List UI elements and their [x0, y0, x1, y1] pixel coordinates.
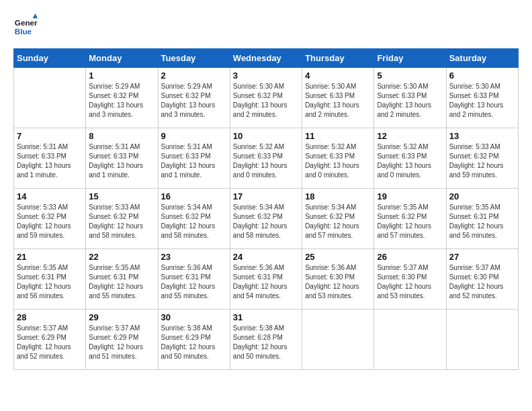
- day-number: 6: [449, 71, 515, 81]
- day-info: Sunrise: 5:30 AM Sunset: 6:33 PM Dayligh…: [449, 82, 515, 120]
- day-number: 2: [161, 71, 227, 81]
- day-number: 14: [17, 191, 83, 201]
- calendar-cell: [374, 310, 446, 370]
- day-info: Sunrise: 5:31 AM Sunset: 6:33 PM Dayligh…: [161, 142, 227, 180]
- day-info: Sunrise: 5:34 AM Sunset: 6:32 PM Dayligh…: [233, 203, 299, 240]
- calendar-cell: 19Sunrise: 5:35 AM Sunset: 6:32 PM Dayli…: [374, 189, 446, 249]
- calendar-cell: 21Sunrise: 5:35 AM Sunset: 6:31 PM Dayli…: [14, 249, 86, 310]
- day-info: Sunrise: 5:32 AM Sunset: 6:33 PM Dayligh…: [233, 142, 299, 180]
- calendar-cell: 9Sunrise: 5:31 AM Sunset: 6:33 PM Daylig…: [158, 128, 230, 189]
- calendar-cell: 15Sunrise: 5:33 AM Sunset: 6:32 PM Dayli…: [86, 189, 158, 249]
- day-number: 9: [161, 131, 227, 141]
- day-number: 21: [17, 252, 83, 262]
- col-header-saturday: Saturday: [446, 49, 518, 68]
- calendar-cell: 25Sunrise: 5:36 AM Sunset: 6:30 PM Dayli…: [302, 249, 374, 310]
- day-number: 3: [233, 71, 299, 81]
- day-number: 23: [161, 252, 227, 262]
- calendar-header-row: SundayMondayTuesdayWednesdayThursdayFrid…: [14, 49, 519, 68]
- week-row-1: 1Sunrise: 5:29 AM Sunset: 6:32 PM Daylig…: [14, 68, 519, 128]
- week-row-2: 7Sunrise: 5:31 AM Sunset: 6:33 PM Daylig…: [14, 128, 519, 189]
- calendar-cell: 8Sunrise: 5:31 AM Sunset: 6:33 PM Daylig…: [86, 128, 158, 189]
- day-info: Sunrise: 5:37 AM Sunset: 6:30 PM Dayligh…: [449, 263, 515, 301]
- calendar-cell: 6Sunrise: 5:30 AM Sunset: 6:33 PM Daylig…: [446, 68, 518, 128]
- calendar-cell: [446, 310, 518, 370]
- svg-marker-2: [33, 13, 38, 18]
- calendar-cell: 3Sunrise: 5:30 AM Sunset: 6:32 PM Daylig…: [230, 68, 302, 128]
- day-info: Sunrise: 5:37 AM Sunset: 6:29 PM Dayligh…: [17, 324, 83, 361]
- week-row-5: 28Sunrise: 5:37 AM Sunset: 6:29 PM Dayli…: [14, 310, 519, 370]
- logo-icon: General Blue: [13, 13, 38, 38]
- day-number: 28: [17, 312, 83, 322]
- day-number: 13: [449, 131, 515, 141]
- logo: General Blue: [13, 13, 40, 38]
- day-info: Sunrise: 5:34 AM Sunset: 6:32 PM Dayligh…: [161, 203, 227, 240]
- day-info: Sunrise: 5:37 AM Sunset: 6:30 PM Dayligh…: [377, 263, 443, 301]
- day-number: 24: [233, 252, 299, 262]
- day-number: 19: [377, 191, 443, 201]
- svg-text:Blue: Blue: [15, 27, 32, 36]
- day-info: Sunrise: 5:33 AM Sunset: 6:32 PM Dayligh…: [17, 203, 83, 240]
- calendar-cell: 5Sunrise: 5:30 AM Sunset: 6:33 PM Daylig…: [374, 68, 446, 128]
- day-info: Sunrise: 5:35 AM Sunset: 6:31 PM Dayligh…: [17, 263, 83, 301]
- day-number: 15: [89, 191, 154, 201]
- day-info: Sunrise: 5:33 AM Sunset: 6:32 PM Dayligh…: [89, 203, 154, 240]
- calendar-table: SundayMondayTuesdayWednesdayThursdayFrid…: [13, 48, 519, 370]
- day-info: Sunrise: 5:29 AM Sunset: 6:32 PM Dayligh…: [89, 82, 154, 120]
- day-number: 27: [449, 252, 515, 262]
- day-number: 17: [233, 191, 299, 201]
- calendar-cell: 14Sunrise: 5:33 AM Sunset: 6:32 PM Dayli…: [14, 189, 86, 249]
- calendar-cell: 16Sunrise: 5:34 AM Sunset: 6:32 PM Dayli…: [158, 189, 230, 249]
- week-row-4: 21Sunrise: 5:35 AM Sunset: 6:31 PM Dayli…: [14, 249, 519, 310]
- day-info: Sunrise: 5:29 AM Sunset: 6:32 PM Dayligh…: [161, 82, 227, 120]
- day-info: Sunrise: 5:31 AM Sunset: 6:33 PM Dayligh…: [89, 142, 154, 180]
- day-number: 31: [233, 312, 299, 322]
- day-info: Sunrise: 5:38 AM Sunset: 6:29 PM Dayligh…: [161, 324, 227, 361]
- calendar-cell: 24Sunrise: 5:36 AM Sunset: 6:31 PM Dayli…: [230, 249, 302, 310]
- day-info: Sunrise: 5:35 AM Sunset: 6:32 PM Dayligh…: [377, 203, 443, 240]
- day-info: Sunrise: 5:35 AM Sunset: 6:31 PM Dayligh…: [449, 203, 515, 240]
- calendar-cell: 29Sunrise: 5:37 AM Sunset: 6:29 PM Dayli…: [86, 310, 158, 370]
- col-header-wednesday: Wednesday: [230, 49, 302, 68]
- page-header: General Blue: [13, 13, 519, 38]
- day-number: 7: [17, 131, 83, 141]
- calendar-cell: 11Sunrise: 5:32 AM Sunset: 6:33 PM Dayli…: [302, 128, 374, 189]
- day-number: 20: [449, 191, 515, 201]
- calendar-cell: 30Sunrise: 5:38 AM Sunset: 6:29 PM Dayli…: [158, 310, 230, 370]
- day-number: 5: [377, 71, 443, 81]
- calendar-cell: 12Sunrise: 5:32 AM Sunset: 6:33 PM Dayli…: [374, 128, 446, 189]
- day-info: Sunrise: 5:33 AM Sunset: 6:32 PM Dayligh…: [449, 142, 515, 180]
- calendar-cell: 17Sunrise: 5:34 AM Sunset: 6:32 PM Dayli…: [230, 189, 302, 249]
- svg-text:General: General: [15, 18, 38, 27]
- day-number: 4: [305, 71, 371, 81]
- col-header-monday: Monday: [86, 49, 158, 68]
- day-number: 1: [89, 71, 154, 81]
- calendar-cell: 20Sunrise: 5:35 AM Sunset: 6:31 PM Dayli…: [446, 189, 518, 249]
- day-info: Sunrise: 5:30 AM Sunset: 6:32 PM Dayligh…: [233, 82, 299, 120]
- calendar-cell: 2Sunrise: 5:29 AM Sunset: 6:32 PM Daylig…: [158, 68, 230, 128]
- col-header-sunday: Sunday: [14, 49, 86, 68]
- day-info: Sunrise: 5:36 AM Sunset: 6:31 PM Dayligh…: [161, 263, 227, 301]
- day-number: 25: [305, 252, 371, 262]
- day-number: 26: [377, 252, 443, 262]
- calendar-cell: 13Sunrise: 5:33 AM Sunset: 6:32 PM Dayli…: [446, 128, 518, 189]
- day-info: Sunrise: 5:34 AM Sunset: 6:32 PM Dayligh…: [305, 203, 371, 240]
- day-number: 22: [89, 252, 154, 262]
- day-info: Sunrise: 5:36 AM Sunset: 6:31 PM Dayligh…: [233, 263, 299, 301]
- day-number: 12: [377, 131, 443, 141]
- day-info: Sunrise: 5:32 AM Sunset: 6:33 PM Dayligh…: [305, 142, 371, 180]
- day-info: Sunrise: 5:38 AM Sunset: 6:28 PM Dayligh…: [233, 324, 299, 361]
- day-number: 29: [89, 312, 154, 322]
- calendar-cell: 31Sunrise: 5:38 AM Sunset: 6:28 PM Dayli…: [230, 310, 302, 370]
- day-info: Sunrise: 5:31 AM Sunset: 6:33 PM Dayligh…: [17, 142, 83, 180]
- col-header-friday: Friday: [374, 49, 446, 68]
- calendar-cell: 7Sunrise: 5:31 AM Sunset: 6:33 PM Daylig…: [14, 128, 86, 189]
- day-info: Sunrise: 5:30 AM Sunset: 6:33 PM Dayligh…: [305, 82, 371, 120]
- calendar-cell: [302, 310, 374, 370]
- calendar-cell: 27Sunrise: 5:37 AM Sunset: 6:30 PM Dayli…: [446, 249, 518, 310]
- calendar-cell: 28Sunrise: 5:37 AM Sunset: 6:29 PM Dayli…: [14, 310, 86, 370]
- calendar-cell: [14, 68, 86, 128]
- day-info: Sunrise: 5:32 AM Sunset: 6:33 PM Dayligh…: [377, 142, 443, 180]
- calendar-cell: 22Sunrise: 5:35 AM Sunset: 6:31 PM Dayli…: [86, 249, 158, 310]
- day-number: 11: [305, 131, 371, 141]
- col-header-tuesday: Tuesday: [158, 49, 230, 68]
